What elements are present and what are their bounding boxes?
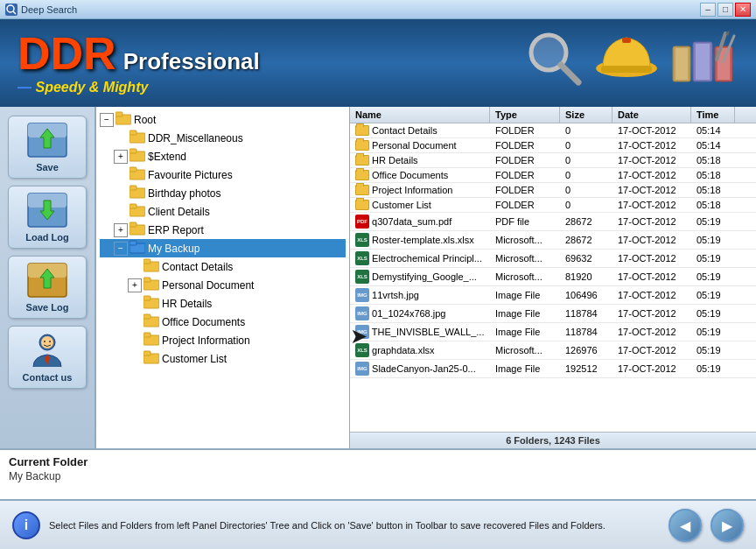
svg-rect-10 — [696, 44, 710, 80]
load-log-label: Load Log — [25, 232, 69, 243]
table-row[interactable]: IMG 11vrtsh.jpg Image File 106496 17-OCT… — [350, 286, 756, 305]
expand-root[interactable]: − — [100, 113, 114, 127]
table-row[interactable]: XLS graphdata.xlsx Microsoft... 126976 1… — [350, 341, 756, 360]
title-bar-title: Deep Search — [21, 4, 700, 15]
save-log-button[interactable]: Save Log — [8, 256, 87, 319]
header-logo: DDR Professional — Speedy & Mighty — [18, 31, 260, 95]
current-folder-panel: Current Folder My Backup — [0, 448, 756, 499]
tree-label-erp: ERP Report — [148, 224, 204, 236]
svg-rect-8 — [676, 48, 688, 80]
file-status: 6 Folders, 1243 Files — [350, 432, 756, 448]
tree-item-hr-details[interactable]: HR Details — [100, 294, 346, 313]
tree-item-erp[interactable]: + ERP Report — [100, 221, 346, 239]
title-bar: Deep Search – □ ✕ — [0, 0, 756, 19]
tree-item-personal-doc[interactable]: + Personal Document — [100, 276, 346, 294]
svg-rect-35 — [130, 149, 136, 153]
tree-item-extend[interactable]: + $Extend — [100, 147, 346, 165]
table-row[interactable]: Office Documents FOLDER 0 17-OCT-2012 05… — [350, 168, 756, 183]
load-log-button[interactable]: Load Log — [8, 186, 87, 249]
col-header-time[interactable]: Time — [691, 107, 735, 123]
load-log-icon — [24, 192, 70, 230]
table-row[interactable]: HR Details FOLDER 0 17-OCT-2012 05:18 — [350, 153, 756, 168]
table-row[interactable]: IMG 01_1024x768.jpg Image File 118784 17… — [350, 305, 756, 323]
svg-rect-39 — [130, 186, 136, 190]
save-label: Save — [36, 162, 59, 172]
close-button[interactable]: ✕ — [735, 3, 751, 17]
svg-rect-5 — [601, 66, 652, 73]
current-folder-value: My Backup — [9, 470, 747, 482]
tree-item-office-docs[interactable]: Office Documents — [100, 313, 346, 331]
tree-item-my-backup[interactable]: − My Backup — [100, 239, 346, 257]
svg-rect-49 — [144, 278, 150, 282]
table-row[interactable]: Customer List FOLDER 0 17-OCT-2012 05:18 — [350, 198, 756, 213]
svg-rect-51 — [144, 296, 150, 300]
sidebar: Save Load Log S — [0, 107, 96, 448]
tree-item-birthday[interactable]: Birthday photos — [100, 184, 346, 202]
file-list-scroll[interactable]: Contact Details FOLDER 0 17-OCT-2012 05:… — [350, 123, 756, 432]
expand-my-backup[interactable]: − — [114, 242, 128, 256]
svg-rect-6 — [622, 38, 631, 43]
table-row[interactable]: Project Information FOLDER 0 17-OCT-2012… — [350, 183, 756, 198]
expand-extend[interactable]: + — [114, 150, 128, 164]
table-row[interactable]: XLS Demystifying_Google_... Microsoft...… — [350, 268, 756, 286]
minimize-button[interactable]: – — [700, 3, 716, 17]
tree-item-project-info[interactable]: Project Information — [100, 331, 346, 349]
expand-personal-doc[interactable]: + — [128, 278, 142, 292]
contact-us-icon — [24, 332, 70, 370]
tree-label-ddr-misc: DDR_Miscellaneous — [148, 132, 243, 144]
save-log-icon — [24, 262, 70, 300]
svg-rect-45 — [130, 241, 136, 245]
save-button[interactable]: Save — [8, 116, 87, 179]
table-row[interactable]: IMG THE_INVISBLE_WALL_... Image File 118… — [350, 323, 756, 341]
svg-point-0 — [7, 5, 14, 12]
tree-label-project-info: Project Information — [162, 334, 250, 347]
save-log-label: Save Log — [26, 302, 69, 313]
col-header-type[interactable]: Type — [490, 107, 560, 123]
maximize-button[interactable]: □ — [718, 3, 733, 17]
prev-button[interactable]: ◀ — [668, 509, 702, 542]
logo-tagline: — Speedy & Mighty — [18, 80, 260, 95]
main-content: Save Load Log S — [0, 107, 756, 448]
expand-erp[interactable]: + — [114, 223, 128, 237]
books-icon — [668, 29, 738, 88]
table-row[interactable]: PDF q307data_sum.pdf PDF file 28672 17-O… — [350, 213, 756, 231]
tree-item-root[interactable]: − Root — [100, 110, 346, 129]
bottom-message: Select Files and Folders from left Panel… — [49, 518, 660, 533]
current-folder-label: Current Folder — [9, 455, 747, 468]
tree-item-ddr-misc[interactable]: DDR_Miscellaneous — [100, 129, 346, 147]
title-bar-icon — [5, 4, 18, 16]
svg-rect-53 — [144, 314, 150, 319]
magnifier-icon — [524, 28, 585, 89]
table-row[interactable]: Contact Details FOLDER 0 17-OCT-2012 05:… — [350, 123, 756, 138]
col-header-date[interactable]: Date — [612, 107, 691, 123]
table-row[interactable]: XLS Electrochemical Principl... Microsof… — [350, 250, 756, 268]
svg-rect-55 — [144, 333, 150, 337]
tree-item-customer-list[interactable]: Customer List — [100, 349, 346, 368]
table-row[interactable]: Personal Document FOLDER 0 17-OCT-2012 0… — [350, 138, 756, 153]
svg-line-1 — [13, 11, 16, 14]
tree-scroll[interactable]: − Root DDR_Miscellaneous + $Extend — [96, 107, 349, 448]
tree-item-client-details[interactable]: Client Details — [100, 202, 346, 221]
tree-label-birthday: Birthday photos — [148, 187, 220, 200]
helmet-icon — [594, 29, 660, 88]
svg-point-27 — [44, 341, 46, 342]
table-row[interactable]: XLS Roster-template.xls.xlsx Microsoft..… — [350, 231, 756, 250]
next-button[interactable]: ▶ — [710, 509, 744, 542]
tree-item-fav-pics[interactable]: Favourite Pictures — [100, 165, 346, 184]
bottom-bar: i Select Files and Folders from left Pan… — [0, 499, 756, 549]
header-icons — [524, 28, 738, 89]
file-list-header: Name Type Size Date Time — [350, 107, 756, 123]
tree-panel: − Root DDR_Miscellaneous + $Extend — [96, 107, 350, 448]
tree-item-contact-details[interactable]: Contact Details — [100, 257, 346, 276]
contact-us-button[interactable]: Contact us — [8, 326, 87, 389]
tree-label-office-docs: Office Documents — [162, 316, 245, 328]
tree-label-customer-list: Customer List — [162, 353, 227, 365]
header: DDR Professional — Speedy & Mighty — [0, 19, 756, 107]
tree-label-hr-details: HR Details — [162, 298, 212, 310]
tree-label-my-backup: My Backup — [148, 243, 200, 255]
col-header-name[interactable]: Name — [350, 107, 490, 123]
table-row[interactable]: IMG SladeCanyon-Jan25-0... Image File 19… — [350, 360, 756, 378]
col-header-size[interactable]: Size — [560, 107, 612, 123]
info-circle: i — [12, 511, 40, 539]
svg-rect-57 — [144, 351, 150, 355]
